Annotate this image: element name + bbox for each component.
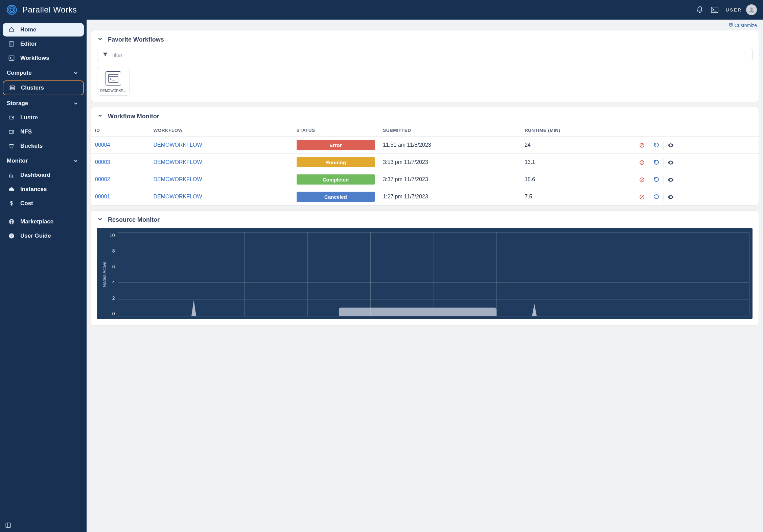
- customize-link[interactable]: Customize: [729, 22, 757, 28]
- terminal-icon[interactable]: [711, 6, 718, 14]
- bell-icon[interactable]: [696, 6, 703, 14]
- workflow-id-link[interactable]: 00003: [91, 154, 149, 171]
- filter-input-wrap: [97, 48, 753, 62]
- cancel-icon[interactable]: [635, 175, 649, 184]
- table-row: 00004DEMOWORKFLOWError11:51 am 11/8/2023…: [91, 137, 759, 154]
- sidebar-item-cost[interactable]: Cost: [3, 197, 84, 210]
- retry-icon[interactable]: [649, 158, 663, 167]
- workflow-id-link[interactable]: 00001: [91, 188, 149, 205]
- brand: Parallel Works: [6, 4, 77, 16]
- view-icon[interactable]: [663, 175, 677, 184]
- table-row: 00001DEMOWORKFLOWCanceled1:27 pm 11/7/20…: [91, 188, 759, 205]
- svg-text:?: ?: [10, 234, 13, 238]
- workflow-name-link[interactable]: DEMOWORKFLOW: [149, 171, 293, 188]
- sidebar-item-buckets[interactable]: Buckets: [3, 139, 84, 153]
- workflow-id-link[interactable]: 00002: [91, 171, 149, 188]
- cancel-icon[interactable]: [635, 141, 649, 150]
- table-header-actions: [631, 124, 759, 137]
- chevron-down-icon[interactable]: [97, 113, 103, 120]
- status-cell: Completed: [293, 171, 379, 188]
- workflow-name-link[interactable]: DEMOWORKFLOW: [149, 154, 293, 171]
- cancel-icon[interactable]: [635, 158, 649, 167]
- sidebar-item-editor[interactable]: Editor: [3, 37, 84, 51]
- favorites-panel: Favorite Workflows DEMOWORKF…: [91, 30, 759, 102]
- status-cell: Running: [293, 154, 379, 171]
- ytick-label: 4: [112, 280, 115, 285]
- server-icon: [9, 84, 16, 91]
- sidebar-section-monitor[interactable]: Monitor: [3, 154, 84, 168]
- chevron-down-icon: [73, 158, 78, 164]
- chevron-down-icon[interactable]: [97, 216, 103, 224]
- home-icon: [8, 26, 15, 33]
- resource-monitor-title: Resource Monitor: [108, 216, 160, 223]
- workflow-id-link[interactable]: 00004: [91, 137, 149, 154]
- svg-point-14: [13, 117, 13, 118]
- sidebar-item-label: Workflows: [20, 55, 49, 62]
- topbar-user[interactable]: USER: [726, 4, 757, 15]
- chart-area: [339, 308, 497, 316]
- view-icon[interactable]: [663, 141, 677, 150]
- table-header: SUBMITTED: [379, 124, 521, 137]
- globe-icon: [8, 218, 15, 225]
- sidebar-item-lustre[interactable]: Lustre: [3, 111, 84, 124]
- barchart-icon: [8, 172, 15, 178]
- sidebar-item-marketplace[interactable]: Marketplace: [3, 215, 84, 228]
- topbar-right: USER: [696, 4, 757, 15]
- favorite-card[interactable]: DEMOWORKF…: [97, 67, 130, 96]
- resource-chart: Nodes Active 1086420: [97, 228, 753, 319]
- bucket-icon: [8, 143, 15, 149]
- sidebar-item-label: Buckets: [20, 143, 43, 149]
- svg-point-12: [11, 89, 11, 90]
- table-header: RUNTIME (MIN): [521, 124, 631, 137]
- chart-ylabel: Nodes Active: [100, 262, 107, 287]
- status-cell: Error: [293, 137, 379, 154]
- sidebar-item-userguide[interactable]: ?User Guide: [3, 229, 84, 243]
- svg-point-4: [750, 7, 753, 10]
- ytick-label: 0: [112, 311, 115, 316]
- sidebar-section-label: Monitor: [7, 158, 28, 164]
- brand-logo-icon: [6, 4, 18, 16]
- submitted-cell: 11:51 am 11/8/2023: [379, 137, 521, 154]
- retry-icon[interactable]: [649, 192, 663, 201]
- view-icon[interactable]: [663, 158, 677, 167]
- layout-icon: [8, 41, 15, 47]
- sidebar-item-label: Instances: [20, 186, 47, 193]
- collapse-sidebar-icon[interactable]: [5, 522, 11, 529]
- sidebar-item-instances[interactable]: Instances: [3, 183, 84, 196]
- chart-spike: [532, 304, 537, 316]
- ytick-label: 8: [112, 248, 115, 253]
- retry-icon[interactable]: [649, 141, 663, 149]
- cancel-icon[interactable]: [635, 193, 649, 201]
- view-icon[interactable]: [663, 193, 677, 201]
- brand-name: Parallel Works: [22, 5, 77, 15]
- runtime-cell: 7.5: [521, 188, 631, 205]
- svg-point-2: [10, 8, 14, 11]
- status-badge: Running: [297, 157, 375, 167]
- workflow-table: IDWORKFLOWSTATUSSUBMITTEDRUNTIME (MIN) 0…: [91, 124, 759, 205]
- sidebar-item-clusters[interactable]: Clusters: [3, 80, 84, 95]
- sidebar-section-compute[interactable]: Compute: [3, 66, 84, 80]
- sidebar-item-label: Dashboard: [20, 172, 50, 178]
- sidebar-item-dashboard[interactable]: Dashboard: [3, 168, 84, 182]
- retry-icon[interactable]: [649, 175, 663, 184]
- workflow-monitor-title: Workflow Monitor: [108, 113, 159, 120]
- resource-monitor-panel: Resource Monitor Nodes Active 1086420: [91, 210, 759, 325]
- workflow-name-link[interactable]: DEMOWORKFLOW: [149, 188, 293, 205]
- sidebar-item-workflows[interactable]: Workflows: [3, 51, 84, 65]
- svg-rect-5: [9, 42, 14, 46]
- main: Customize Favorite Workflows: [87, 20, 763, 532]
- runtime-cell: 15.6: [521, 171, 631, 188]
- sidebar-item-label: User Guide: [20, 233, 51, 239]
- svg-point-16: [13, 131, 13, 132]
- topbar: Parallel Works USER: [0, 0, 763, 20]
- sidebar-item-nfs[interactable]: NFS: [3, 125, 84, 139]
- submitted-cell: 1:27 pm 11/7/2023: [379, 188, 521, 205]
- chevron-down-icon[interactable]: [97, 36, 103, 44]
- filter-input[interactable]: [112, 52, 747, 58]
- ytick-label: 2: [112, 295, 115, 301]
- sidebar-section-storage[interactable]: Storage: [3, 97, 84, 110]
- sidebar: HomeEditorWorkflows ComputeClustersStora…: [0, 20, 87, 532]
- table-row: 00002DEMOWORKFLOWCompleted3:37 pm 11/7/2…: [91, 171, 759, 188]
- workflow-name-link[interactable]: DEMOWORKFLOW: [149, 137, 293, 154]
- sidebar-item-home[interactable]: Home: [3, 23, 84, 37]
